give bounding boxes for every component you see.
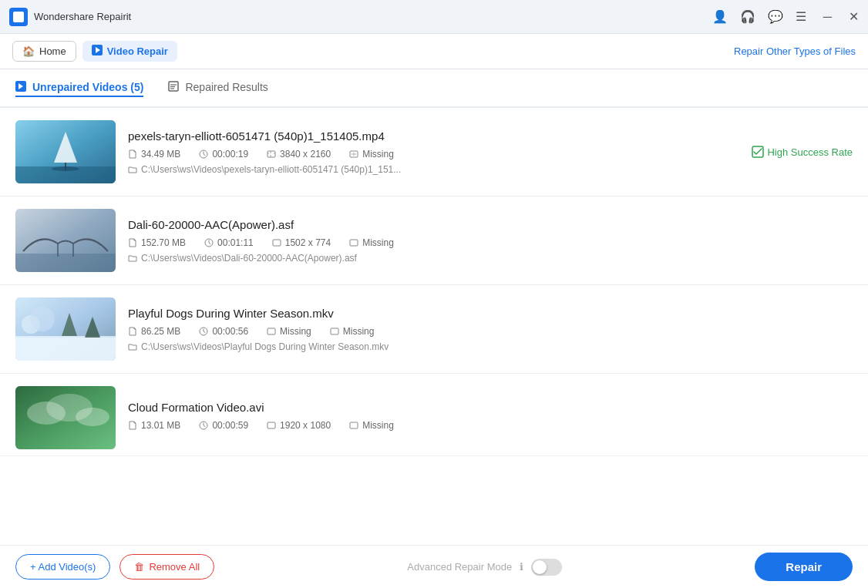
video-repair-icon xyxy=(92,45,103,58)
video-info-2: Dali-60-20000-AAC(Apower).asf 152.70 MB xyxy=(128,218,853,264)
video-meta-3: 86.25 MB 00:00:56 Missing xyxy=(128,326,853,337)
tabs-bar: Unrepaired Videos (5) Repaired Results xyxy=(0,69,868,108)
meta-size-4: 13.01 MB xyxy=(128,420,180,431)
meta-duration-1: 00:00:19 xyxy=(199,149,248,160)
clock-icon-3 xyxy=(199,327,208,336)
folder-icon-3 xyxy=(128,342,137,351)
file-icon-1 xyxy=(128,150,137,159)
main-content: Unrepaired Videos (5) Repaired Results xyxy=(0,69,868,545)
home-label: Home xyxy=(39,45,66,57)
close-button[interactable]: ✕ xyxy=(849,9,859,24)
tab-repaired[interactable]: Repaired Results xyxy=(168,81,267,96)
tab-repaired-label: Repaired Results xyxy=(185,81,267,93)
menu-icon[interactable]: ☰ xyxy=(796,9,806,24)
info-icon: ℹ xyxy=(520,561,523,573)
minimize-button[interactable]: ─ xyxy=(819,8,836,25)
meta-resolution-4: 1920 x 1080 xyxy=(267,420,331,431)
add-video-button[interactable]: + Add Video(s) xyxy=(15,554,110,580)
meta-size-1: 34.49 MB xyxy=(128,149,180,160)
video-meta-2: 152.70 MB 00:01:11 1502 x 774 xyxy=(128,237,853,248)
toggle-knob xyxy=(533,560,547,574)
nav-home-button[interactable]: 🏠 Home xyxy=(12,41,76,62)
video-meta-1: 34.49 MB 00:00:19 38 xyxy=(128,149,739,160)
remove-all-button[interactable]: 🗑 Remove All xyxy=(119,554,214,580)
file-icon-3 xyxy=(128,327,137,336)
home-icon: 🏠 xyxy=(22,45,35,57)
svg-rect-23 xyxy=(350,240,358,246)
resolution-icon-1 xyxy=(267,150,276,159)
app-name: Wondershare Repairit xyxy=(34,11,131,22)
video-path-2: C:\Users\ws\Videos\Dali-60-20000-AAC(Apo… xyxy=(128,253,853,264)
video-item-2: Dali-60-20000-AAC(Apower).asf 152.70 MB xyxy=(0,197,868,285)
advanced-mode: Advanced Repair Mode ℹ xyxy=(407,559,562,576)
svg-point-12 xyxy=(52,166,79,171)
titlebar: Wondershare Repairit 👤 🎧 💬 ☰ ─ ✕ xyxy=(0,0,868,34)
video-item-3: Playful Dogs During Winter Season.mkv 86… xyxy=(0,285,868,374)
titlebar-left: Wondershare Repairit xyxy=(9,8,131,26)
tab-unrepaired[interactable]: Unrepaired Videos (5) xyxy=(15,81,143,97)
resolution-icon-2 xyxy=(272,238,281,247)
meta-audio-3: Missing xyxy=(330,326,375,337)
svg-rect-22 xyxy=(273,240,281,246)
resolution-icon-4 xyxy=(267,421,276,430)
svg-rect-39 xyxy=(267,422,275,428)
audio-icon-3 xyxy=(330,327,339,336)
meta-resolution-3: Missing xyxy=(267,326,311,337)
repair-button[interactable]: Repair xyxy=(755,553,853,581)
video-info-4: Cloud Formation Video.avi 13.01 MB xyxy=(128,401,853,435)
unrepaired-tab-icon xyxy=(15,81,26,94)
audio-icon-2 xyxy=(349,238,358,247)
meta-audio-4: Missing xyxy=(349,420,394,431)
video-name-2: Dali-60-20000-AAC(Apower).asf xyxy=(128,218,853,231)
video-list: pexels-taryn-elliott-6051471 (540p)1_151… xyxy=(0,108,868,543)
nav-video-repair-button[interactable]: Video Repair xyxy=(82,41,177,62)
repair-other-link[interactable]: Repair Other Types of Files xyxy=(734,45,856,57)
meta-size-2: 152.70 MB xyxy=(128,237,186,248)
svg-point-27 xyxy=(30,307,55,331)
footer-actions: + Add Video(s) 🗑 Remove All xyxy=(15,554,214,580)
svg-rect-18 xyxy=(15,254,116,272)
meta-audio-2: Missing xyxy=(349,237,394,248)
video-thumb-4 xyxy=(15,386,116,449)
svg-rect-32 xyxy=(267,328,275,334)
chat-icon[interactable]: 💬 xyxy=(768,9,783,24)
video-meta-4: 13.01 MB 00:00:59 1920 x 1080 xyxy=(128,420,853,431)
meta-duration-4: 00:00:59 xyxy=(199,420,248,431)
meta-size-3: 86.25 MB xyxy=(128,326,180,337)
video-name-4: Cloud Formation Video.avi xyxy=(128,401,853,414)
video-path-1: C:\Users\ws\Videos\pexels-taryn-elliott-… xyxy=(128,164,739,175)
video-info-3: Playful Dogs During Winter Season.mkv 86… xyxy=(128,307,853,352)
headset-icon[interactable]: 🎧 xyxy=(740,9,755,24)
video-thumb-2 xyxy=(15,209,116,272)
video-item-1: pexels-taryn-elliott-6051471 (540p)1_151… xyxy=(0,108,868,197)
audio-icon-4 xyxy=(349,421,358,430)
app-icon xyxy=(9,8,28,26)
svg-point-37 xyxy=(76,408,109,426)
video-thumb-1 xyxy=(15,120,116,183)
svg-rect-14 xyxy=(267,151,275,157)
trash-icon: 🗑 xyxy=(134,561,144,573)
video-path-3: C:\Users\ws\Videos\Playful Dogs During W… xyxy=(128,341,853,352)
meta-audio-1: Missing xyxy=(349,149,394,160)
svg-rect-28 xyxy=(15,336,116,361)
svg-rect-33 xyxy=(331,328,338,334)
video-name-1: pexels-taryn-elliott-6051471 (540p)1_151… xyxy=(128,129,739,143)
svg-rect-40 xyxy=(350,422,358,428)
meta-resolution-2: 1502 x 774 xyxy=(272,237,331,248)
navbar: 🏠 Home Video Repair Repair Other Types o… xyxy=(0,34,868,69)
file-icon-4 xyxy=(128,421,137,430)
badge-icon-1 xyxy=(752,146,764,158)
titlebar-controls: 👤 🎧 💬 ☰ ─ ✕ xyxy=(712,8,859,25)
video-badge-1: High Success Rate xyxy=(752,146,853,158)
clock-icon-1 xyxy=(199,150,208,159)
advanced-mode-toggle[interactable] xyxy=(531,559,562,576)
video-thumb-3 xyxy=(15,297,116,361)
nav-active-label: Video Repair xyxy=(107,45,168,57)
account-icon[interactable]: 👤 xyxy=(712,9,728,24)
repaired-tab-icon xyxy=(168,81,179,94)
resolution-icon-3 xyxy=(267,327,276,336)
clock-icon-2 xyxy=(204,238,214,247)
folder-icon-1 xyxy=(128,165,137,174)
audio-icon-1 xyxy=(349,150,358,159)
folder-icon-2 xyxy=(128,254,137,263)
